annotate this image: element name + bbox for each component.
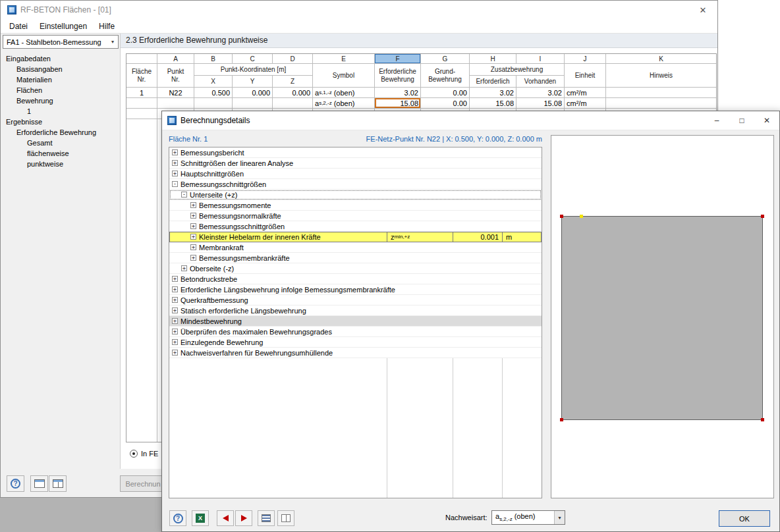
expand-icon[interactable]: + xyxy=(172,329,178,334)
sidebar-item-punktweise[interactable]: punktweise xyxy=(3,159,119,169)
tree-item[interactable]: +Bemessungsschnittgrößen xyxy=(169,221,542,232)
cell-flaeche[interactable] xyxy=(126,109,157,119)
expand-icon[interactable]: + xyxy=(172,149,178,155)
expand-icon[interactable]: + xyxy=(172,297,178,303)
tree-item[interactable]: +Einzulegende Bewehrung xyxy=(169,337,542,348)
sidebar-item-flaechen[interactable]: Flächen xyxy=(3,85,119,95)
menu-hilfe[interactable]: Hilfe xyxy=(93,19,121,33)
tree-item[interactable]: +Überprüfen des maximalen Bewehrungsgrad… xyxy=(169,327,542,337)
sidebar-item-flaechenweise[interactable]: flächenweise xyxy=(3,148,119,159)
sidebar-item-bewehrung[interactable]: Bewehrung xyxy=(3,95,119,106)
help-button[interactable]: ? xyxy=(7,475,24,492)
col-letter-f-selected[interactable]: F xyxy=(375,54,420,63)
cell-hinweis[interactable] xyxy=(606,88,716,97)
tree-item[interactable]: +Nachweisverfahren für Bewehrungsumhülle… xyxy=(169,348,542,358)
expand-icon[interactable]: + xyxy=(172,339,178,345)
col-letter-d[interactable]: D xyxy=(273,54,312,63)
cell-punkt[interactable] xyxy=(157,98,194,108)
header-koordinaten[interactable]: Punkt-Koordinaten [m] xyxy=(194,64,312,75)
header-zusatz-erforderlich[interactable]: Erforderlich xyxy=(470,76,516,87)
sidebar-item-bewehrung-1[interactable]: 1 xyxy=(3,106,119,117)
cell-erforderlich[interactable]: 3.02 xyxy=(375,88,420,97)
tree-item-unterseite-focused[interactable]: -Unterseite (+z) xyxy=(169,190,542,200)
collapse-icon[interactable]: - xyxy=(172,181,178,187)
header-zusatzbewehrung[interactable]: Zusatzbewehrung xyxy=(470,64,564,75)
expand-icon[interactable]: + xyxy=(172,350,178,356)
expand-icon[interactable]: + xyxy=(190,234,196,240)
tree-item-kleinster-hebelarm-highlighted[interactable]: + Kleinster Hebelarm der inneren Kräfte … xyxy=(169,232,542,242)
col-letter-b[interactable]: B xyxy=(194,54,232,63)
tree-item[interactable]: +Hauptschnittgrößen xyxy=(169,169,542,179)
expand-icon[interactable]: + xyxy=(190,202,196,208)
cell-x[interactable] xyxy=(194,98,232,108)
expand-icon[interactable]: + xyxy=(172,160,178,166)
sidebar-item-basisangaben[interactable]: Basisangaben xyxy=(3,64,119,74)
details-settings-button[interactable] xyxy=(277,510,294,526)
fe-mesh-radio[interactable]: In FE xyxy=(130,450,158,458)
expand-icon[interactable]: + xyxy=(190,223,196,229)
expand-icon[interactable]: + xyxy=(172,307,178,313)
cell-erforderlich-current[interactable]: 15.08 xyxy=(375,98,420,108)
ok-button[interactable]: OK xyxy=(719,510,770,527)
menu-einstellungen[interactable]: Einstellungen xyxy=(34,19,93,33)
nachweisart-dropdown[interactable]: as,2,-z(oben) ▾ xyxy=(491,510,565,525)
col-letter-k[interactable]: K xyxy=(606,54,716,63)
cell-einheit[interactable]: cm²/m xyxy=(565,88,605,97)
previous-button[interactable] xyxy=(217,510,234,526)
menu-datei[interactable]: Datei xyxy=(3,19,34,33)
expand-all-button[interactable] xyxy=(258,510,275,526)
cell-y[interactable]: 0.000 xyxy=(233,88,272,97)
graphics-viewport[interactable] xyxy=(551,135,774,498)
header-y[interactable]: Y xyxy=(233,76,272,87)
berechnung-button[interactable]: Berechnun xyxy=(120,475,166,492)
expand-icon[interactable]: + xyxy=(181,265,187,271)
sidebar-item-ergebnisse[interactable]: Ergebnisse xyxy=(3,117,119,127)
next-button[interactable] xyxy=(235,510,252,526)
cell-y[interactable] xyxy=(233,98,272,108)
header-punkt-nr[interactable]: Punkt Nr. xyxy=(157,64,194,87)
expand-icon[interactable]: + xyxy=(190,213,196,219)
expand-icon[interactable]: + xyxy=(190,255,196,261)
cell-zusatz-erforderlich[interactable]: 15.08 xyxy=(470,98,516,108)
sidebar-item-eingabedaten[interactable]: Eingabedaten xyxy=(3,53,119,64)
cell-grund[interactable]: 0.00 xyxy=(421,88,469,97)
tree-item[interactable]: +Membrankraft xyxy=(169,242,542,253)
tree-item[interactable]: -Bemessungsschnittgrößen xyxy=(169,179,542,190)
cell-grund[interactable]: 0.00 xyxy=(421,98,469,108)
col-letter-i[interactable]: I xyxy=(516,54,564,63)
tree-item[interactable]: +Erforderliche Längsbewehrung infolge Be… xyxy=(169,284,542,295)
cell-flaeche-selected[interactable] xyxy=(126,98,157,108)
collapse-icon[interactable]: - xyxy=(181,192,187,198)
cell-x[interactable]: 0.500 xyxy=(194,88,232,97)
empty-rows[interactable] xyxy=(126,119,157,442)
expand-icon[interactable]: + xyxy=(190,244,196,250)
cell-zusatz-vorhanden[interactable]: 15.08 xyxy=(516,98,564,108)
navigator-toggle-button[interactable] xyxy=(30,475,48,492)
header-grund-bewehrung[interactable]: Grund- Bewehrung xyxy=(421,64,469,87)
header-x[interactable]: X xyxy=(194,76,232,87)
cell-z[interactable] xyxy=(273,98,312,108)
export-excel-button[interactable]: X xyxy=(192,510,209,526)
header-flaeche-nr[interactable]: Fläche Nr. xyxy=(126,64,157,87)
cell-punkt[interactable]: N22 xyxy=(157,88,194,97)
tree-item[interactable]: +Bemessungsbericht xyxy=(169,147,542,158)
cell-symbol-highlighted[interactable]: as,2,-z(oben) xyxy=(313,98,374,108)
table-toggle-button[interactable] xyxy=(49,475,67,492)
header-einheit[interactable]: Einheit xyxy=(565,64,605,87)
tree-item-mindestbewehrung[interactable]: +Mindestbewehrung xyxy=(169,316,542,327)
header-zusatz-vorhanden[interactable]: Vorhanden xyxy=(516,76,564,87)
expand-icon[interactable]: + xyxy=(172,286,178,292)
expand-icon[interactable]: + xyxy=(172,276,178,282)
header-erforderliche-bewehrung[interactable]: Erforderliche Bewehrung xyxy=(375,64,420,87)
cell-einheit[interactable]: cm²/m xyxy=(565,98,605,108)
col-letter-e[interactable]: E xyxy=(313,54,374,63)
tree-item[interactable]: +Schnittgrößen der linearen Analyse xyxy=(169,158,542,169)
maximize-icon[interactable]: □ xyxy=(729,111,754,130)
minimize-icon[interactable]: – xyxy=(704,111,729,130)
help-button[interactable]: ? xyxy=(169,510,186,526)
tree-item[interactable]: +Bemessungsmembrankräfte xyxy=(169,253,542,263)
expand-icon[interactable]: + xyxy=(172,318,178,324)
col-letter-a[interactable]: A xyxy=(157,54,194,63)
cell-zusatz-erforderlich[interactable]: 3.02 xyxy=(470,88,516,97)
header-hinweis[interactable]: Hinweis xyxy=(606,64,716,87)
